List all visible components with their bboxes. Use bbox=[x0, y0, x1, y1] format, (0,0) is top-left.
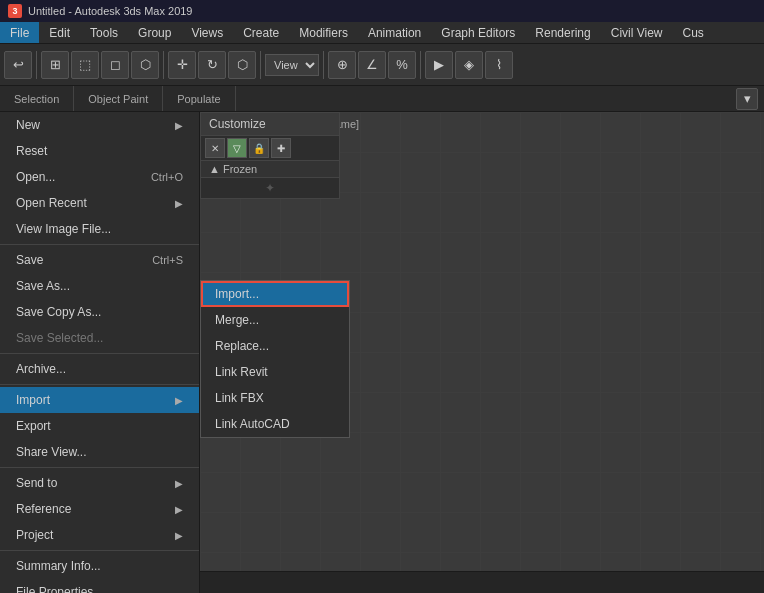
toolbar-curve[interactable]: ⌇ bbox=[485, 51, 513, 79]
submenu-replace[interactable]: Replace... bbox=[201, 333, 349, 359]
customize-toolbar: ✕ ▽ 🔒 ✚ bbox=[201, 136, 339, 161]
sep-2 bbox=[163, 51, 164, 79]
menu-item-save-as[interactable]: Save As... bbox=[0, 273, 199, 299]
sub-toolbar-right: ▾ bbox=[736, 88, 764, 110]
menu-create[interactable]: Create bbox=[233, 22, 289, 43]
populate-icon[interactable]: ▾ bbox=[736, 88, 758, 110]
arrow-import: ▶ bbox=[175, 395, 183, 406]
sep-file-4 bbox=[0, 467, 199, 468]
toolbar-scale[interactable]: ⬡ bbox=[228, 51, 256, 79]
submenu-link-fbx[interactable]: Link FBX bbox=[201, 385, 349, 411]
arrow-reference: ▶ bbox=[175, 504, 183, 515]
menu-item-export[interactable]: Export bbox=[0, 413, 199, 439]
tab-object-paint[interactable]: Object Paint bbox=[74, 86, 163, 111]
tab-selection[interactable]: Selection bbox=[0, 86, 74, 111]
menu-views[interactable]: Views bbox=[181, 22, 233, 43]
menu-item-open[interactable]: Open... Ctrl+O bbox=[0, 164, 199, 190]
toolbar-select[interactable]: ⊞ bbox=[41, 51, 69, 79]
customize-close[interactable]: ✕ bbox=[205, 138, 225, 158]
customize-star: ✦ bbox=[265, 181, 275, 195]
toolbar-lasso[interactable]: ◻ bbox=[101, 51, 129, 79]
menu-item-save-copy[interactable]: Save Copy As... bbox=[0, 299, 199, 325]
menu-bar: File Edit Tools Group Views Create Modif… bbox=[0, 22, 764, 44]
menu-item-open-recent[interactable]: Open Recent ▶ bbox=[0, 190, 199, 216]
menu-item-project[interactable]: Project ▶ bbox=[0, 522, 199, 548]
customize-panel-header: Customize bbox=[201, 113, 339, 136]
menu-cus[interactable]: Cus bbox=[673, 22, 714, 43]
menu-file[interactable]: File bbox=[0, 22, 39, 43]
submenu-merge[interactable]: Merge... bbox=[201, 307, 349, 333]
customize-add[interactable]: ✚ bbox=[271, 138, 291, 158]
customize-lock[interactable]: 🔒 bbox=[249, 138, 269, 158]
main-area: New ▶ Reset Open... Ctrl+O Open Recent ▶… bbox=[0, 112, 764, 593]
sub-toolbar: Selection Object Paint Populate ▾ bbox=[0, 86, 764, 112]
menu-item-save-selected: Save Selected... bbox=[0, 325, 199, 351]
frozen-header: ▲ Frozen bbox=[201, 161, 339, 178]
menu-item-reference[interactable]: Reference ▶ bbox=[0, 496, 199, 522]
toolbar-snap[interactable]: ⊕ bbox=[328, 51, 356, 79]
main-toolbar: ↩ ⊞ ⬚ ◻ ⬡ ✛ ↻ ⬡ View ⊕ ∠ % ▶ ◈ ⌇ bbox=[0, 44, 764, 86]
toolbar-region[interactable]: ⬚ bbox=[71, 51, 99, 79]
window-title: Untitled - Autodesk 3ds Max 2019 bbox=[28, 5, 192, 17]
sep-4 bbox=[323, 51, 324, 79]
arrow-recent: ▶ bbox=[175, 198, 183, 209]
menu-item-view-image[interactable]: View Image File... bbox=[0, 216, 199, 242]
menu-item-reset[interactable]: Reset bbox=[0, 138, 199, 164]
toolbar-rotate[interactable]: ↻ bbox=[198, 51, 226, 79]
menu-item-import[interactable]: Import ▶ bbox=[0, 387, 199, 413]
menu-graph-editors[interactable]: Graph Editors bbox=[431, 22, 525, 43]
toolbar-percent[interactable]: % bbox=[388, 51, 416, 79]
arrow-send-to: ▶ bbox=[175, 478, 183, 489]
menu-animation[interactable]: Animation bbox=[358, 22, 431, 43]
toolbar-paint[interactable]: ⬡ bbox=[131, 51, 159, 79]
toolbar-material[interactable]: ◈ bbox=[455, 51, 483, 79]
toolbar-render[interactable]: ▶ bbox=[425, 51, 453, 79]
import-submenu: Import... Merge... Replace... Link Revit… bbox=[200, 280, 350, 438]
sep-1 bbox=[36, 51, 37, 79]
submenu-link-autocad[interactable]: Link AutoCAD bbox=[201, 411, 349, 437]
view-select[interactable]: View bbox=[265, 54, 319, 76]
sep-5 bbox=[420, 51, 421, 79]
menu-item-share-view[interactable]: Share View... bbox=[0, 439, 199, 465]
menu-rendering[interactable]: Rendering bbox=[525, 22, 600, 43]
sep-file-3 bbox=[0, 384, 199, 385]
menu-item-save[interactable]: Save Ctrl+S bbox=[0, 247, 199, 273]
submenu-import[interactable]: Import... bbox=[201, 281, 349, 307]
file-menu: New ▶ Reset Open... Ctrl+O Open Recent ▶… bbox=[0, 112, 200, 593]
shortcut-open: Ctrl+O bbox=[151, 171, 183, 183]
tab-populate[interactable]: Populate bbox=[163, 86, 235, 111]
menu-item-new[interactable]: New ▶ bbox=[0, 112, 199, 138]
menu-item-archive[interactable]: Archive... bbox=[0, 356, 199, 382]
toolbar-btn-1[interactable]: ↩ bbox=[4, 51, 32, 79]
menu-item-file-props[interactable]: File Properties... bbox=[0, 579, 199, 593]
app-icon: 3 bbox=[8, 4, 22, 18]
shortcut-save: Ctrl+S bbox=[152, 254, 183, 266]
menu-edit[interactable]: Edit bbox=[39, 22, 80, 43]
sep-3 bbox=[260, 51, 261, 79]
toolbar-angle[interactable]: ∠ bbox=[358, 51, 386, 79]
menu-item-send-to[interactable]: Send to ▶ bbox=[0, 470, 199, 496]
menu-group[interactable]: Group bbox=[128, 22, 181, 43]
customize-filter[interactable]: ▽ bbox=[227, 138, 247, 158]
submenu-link-revit[interactable]: Link Revit bbox=[201, 359, 349, 385]
menu-civil-view[interactable]: Civil View bbox=[601, 22, 673, 43]
sep-file-1 bbox=[0, 244, 199, 245]
arrow-new: ▶ bbox=[175, 120, 183, 131]
arrow-project: ▶ bbox=[175, 530, 183, 541]
toolbar-move[interactable]: ✛ bbox=[168, 51, 196, 79]
menu-modifiers[interactable]: Modifiers bbox=[289, 22, 358, 43]
sep-file-2 bbox=[0, 353, 199, 354]
sep-file-5 bbox=[0, 550, 199, 551]
menu-item-summary-info[interactable]: Summary Info... bbox=[0, 553, 199, 579]
title-bar: 3 Untitled - Autodesk 3ds Max 2019 bbox=[0, 0, 764, 22]
customize-panel: Customize ✕ ▽ 🔒 ✚ ▲ Frozen ✦ bbox=[200, 112, 340, 199]
menu-tools[interactable]: Tools bbox=[80, 22, 128, 43]
